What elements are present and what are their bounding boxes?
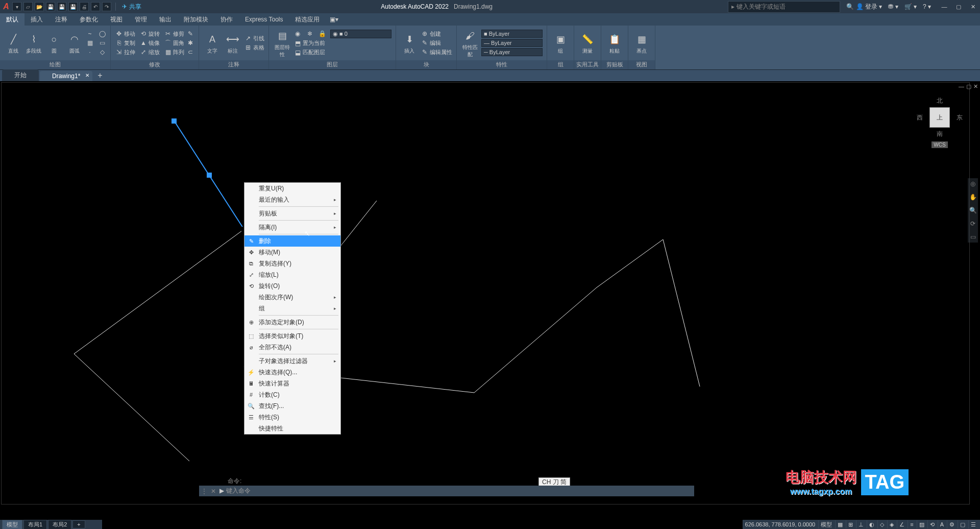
- layer-match-button[interactable]: ⬓匹配图层: [293, 49, 325, 57]
- close-icon[interactable]: ✕: [966, 1, 980, 13]
- status-polar-icon[interactable]: ◐: [867, 520, 876, 528]
- status-snap-icon[interactable]: ⊞: [846, 520, 855, 528]
- status-annotation-icon[interactable]: A: [938, 520, 946, 528]
- nav-wheel-icon[interactable]: ◎: [970, 180, 975, 187]
- arc-button[interactable]: ◠圆弧: [65, 31, 84, 55]
- layer-current-button[interactable]: ⬒置为当前: [293, 39, 325, 47]
- status-transparency-icon[interactable]: ▨: [917, 520, 926, 528]
- status-otrack-icon[interactable]: ∠: [897, 520, 906, 528]
- cm-clipboard[interactable]: 剪贴板▸: [244, 208, 340, 219]
- tab-default[interactable]: 默认: [0, 13, 24, 26]
- command-line[interactable]: 命令: ⋮ ✕ ▶键入命令: [199, 477, 694, 496]
- layout-tab-1[interactable]: 布局1: [23, 520, 47, 530]
- nav-showmotion-icon[interactable]: ▭: [970, 233, 976, 241]
- navigation-bar[interactable]: ◎ ✋ 🔍 ⟳ ▭: [968, 178, 978, 243]
- cm-isolate[interactable]: 隔离(I)▸: [244, 222, 340, 233]
- linetype-dropdown[interactable]: ─ ByLayer: [481, 48, 543, 56]
- status-osnap-icon[interactable]: ◇: [877, 520, 886, 528]
- cm-rotate[interactable]: ⟲旋转(O): [244, 280, 340, 292]
- circle-button[interactable]: ○圆: [45, 31, 63, 55]
- cm-quick-properties[interactable]: 快捷特性: [244, 423, 340, 434]
- block-editattr-button[interactable]: ✎编辑属性: [421, 48, 452, 56]
- file-tab-start[interactable]: 开始: [2, 69, 39, 81]
- matchprop-button[interactable]: 🖌特性匹配: [461, 28, 479, 58]
- cm-recent-input[interactable]: 最近的输入▸: [244, 194, 340, 205]
- tab-insert[interactable]: 插入: [24, 13, 49, 26]
- cm-add-selected[interactable]: ⊕添加选定对象(D): [244, 317, 340, 328]
- status-cycle-icon[interactable]: ⟲: [927, 520, 937, 528]
- offset-icon[interactable]: ⊂: [186, 48, 194, 56]
- group-button[interactable]: ▣组: [551, 31, 570, 55]
- leader-button[interactable]: ↗引线: [244, 34, 264, 42]
- new-icon[interactable]: ▱: [23, 2, 33, 11]
- fillet-button[interactable]: ⌒圆角: [164, 39, 184, 47]
- drawing-canvas[interactable]: — ▢ ✕ Y X 重复U(R) 最近的输入▸ 剪贴板▸ 隔离(I: [0, 81, 980, 506]
- rect-icon[interactable]: ▭: [98, 39, 106, 47]
- cmd-handle-icon[interactable]: ⋮: [199, 488, 209, 495]
- insert-button[interactable]: ⬇插入: [400, 31, 419, 55]
- dim-button[interactable]: ⟷标注: [224, 31, 242, 55]
- region-icon[interactable]: ◇: [98, 48, 106, 56]
- array-button[interactable]: ▦阵列: [164, 48, 184, 56]
- status-clean-icon[interactable]: ▢: [958, 520, 967, 528]
- cmd-close-icon[interactable]: ✕: [209, 488, 217, 495]
- text-button[interactable]: A文字: [203, 31, 222, 55]
- cm-find[interactable]: 🔍查找(F)...: [244, 400, 340, 412]
- cart-icon[interactable]: 🛒 ▾: [904, 3, 917, 10]
- table-button[interactable]: ⊞表格: [244, 43, 264, 52]
- file-tab-drawing1[interactable]: Drawing1*✕: [40, 71, 92, 81]
- cm-group[interactable]: 组▸: [244, 303, 340, 314]
- tab-parametric[interactable]: 参数化: [74, 13, 104, 26]
- help-search-input[interactable]: ▸ 键入关键字或短语: [728, 1, 840, 13]
- open-icon[interactable]: 📂: [35, 2, 44, 11]
- trim-button[interactable]: ✂修剪: [164, 30, 184, 38]
- status-ortho-icon[interactable]: ⊥: [856, 520, 866, 528]
- baseview-button[interactable]: ▦基点: [632, 31, 651, 55]
- scale-button[interactable]: ⤢缩放: [139, 48, 160, 56]
- cm-scale[interactable]: ⤢缩放(L): [244, 269, 340, 280]
- block-edit-button[interactable]: ✎编辑: [421, 39, 441, 47]
- share-button[interactable]: ✈ 共享: [122, 3, 141, 11]
- tab-manage[interactable]: 管理: [129, 13, 153, 26]
- maximize-icon[interactable]: ▢: [951, 1, 966, 13]
- autodesk-app-icon[interactable]: ⛃ ▾: [888, 3, 898, 10]
- saveall-icon[interactable]: 💾: [68, 2, 78, 11]
- status-customize-icon[interactable]: ☰: [968, 520, 978, 528]
- tab-express[interactable]: Express Tools: [239, 14, 289, 25]
- polyline-button[interactable]: ⌇多段线: [24, 31, 43, 55]
- saveas-icon[interactable]: 💾: [57, 2, 66, 11]
- cm-delete[interactable]: ✎删除: [244, 235, 340, 247]
- tab-overflow-icon[interactable]: ▣▾: [330, 16, 338, 23]
- measure-button[interactable]: 📏测量: [578, 31, 597, 55]
- cm-move[interactable]: ✥移动(M): [244, 247, 340, 258]
- tab-annotate[interactable]: 注释: [49, 13, 74, 26]
- status-3dosnap-icon[interactable]: ◈: [887, 520, 896, 528]
- explode-icon[interactable]: ✱: [186, 39, 194, 47]
- line-button[interactable]: ╱直线: [4, 31, 22, 55]
- cm-deselect-all[interactable]: ⌀全部不选(A): [244, 342, 340, 353]
- tab-featured[interactable]: 精选应用: [289, 13, 326, 26]
- minimize-icon[interactable]: —: [937, 1, 951, 13]
- layout-tab-add[interactable]: +: [72, 520, 85, 528]
- cm-draworder[interactable]: 绘图次序(W)▸: [244, 292, 340, 303]
- undo-icon[interactable]: ↶: [91, 2, 100, 11]
- cm-quick-calc[interactable]: 🖩快速计算器: [244, 378, 340, 389]
- rotate-button[interactable]: ⟲旋转: [139, 30, 160, 38]
- cm-quick-select[interactable]: ⚡快速选择(Q)...: [244, 367, 340, 378]
- paste-button[interactable]: 📋粘贴: [605, 31, 624, 55]
- status-model[interactable]: 模型: [818, 520, 834, 528]
- cm-properties[interactable]: ☰特性(S): [244, 412, 340, 423]
- cm-subobj-filter[interactable]: 子对象选择过滤器▸: [244, 355, 340, 367]
- stretch-button[interactable]: ⇲拉伸: [115, 48, 135, 56]
- qat-menu-icon[interactable]: ▾: [12, 2, 21, 11]
- tab-addons[interactable]: 附加模块: [178, 13, 214, 26]
- nav-pan-icon[interactable]: ✋: [969, 194, 977, 201]
- cm-copy-selection[interactable]: ⧉复制选择(Y): [244, 258, 340, 269]
- spline-icon[interactable]: ~: [86, 30, 94, 38]
- tab-output[interactable]: 输出: [153, 13, 178, 26]
- cm-repeat[interactable]: 重复U(R): [244, 183, 340, 194]
- nav-orbit-icon[interactable]: ⟳: [970, 220, 975, 227]
- login-button[interactable]: 🔍 👤 登录 ▾: [846, 3, 882, 11]
- color-dropdown[interactable]: ■ ByLayer: [481, 30, 543, 38]
- cm-select-similar[interactable]: ⬚选择类似对象(T): [244, 330, 340, 342]
